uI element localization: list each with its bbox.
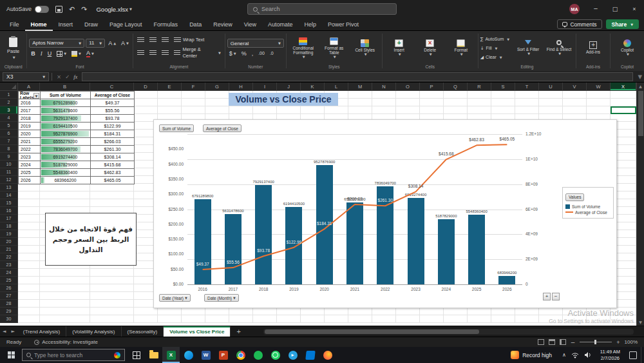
cell-year-2022[interactable]: 2022 (19, 146, 41, 153)
cell-year-2023[interactable]: 2023 (19, 153, 41, 161)
row-header-12[interactable]: 12 (0, 176, 18, 184)
column-header-I[interactable]: I (253, 83, 277, 91)
taskbar-search[interactable]: Type here to search (22, 349, 125, 361)
edge-icon[interactable] (180, 347, 197, 363)
row-header-8[interactable]: 8 (0, 145, 18, 153)
number-format-select[interactable]: General▼ (227, 39, 284, 48)
zoom-slider[interactable] (580, 342, 612, 342)
undo-icon[interactable]: ↶ (69, 6, 75, 13)
insert-function-icon[interactable]: fx (71, 74, 79, 80)
column-header-J[interactable]: J (277, 83, 301, 91)
close-button[interactable]: × (625, 0, 644, 18)
font-color-button[interactable]: A▼ (84, 50, 96, 58)
cell-close-2026[interactable]: $465.05 (91, 177, 135, 184)
telegram-icon[interactable] (284, 347, 301, 363)
volume-bar-2019[interactable] (285, 207, 302, 284)
expand-formula-bar-icon[interactable]: ▼ (636, 74, 644, 80)
scroll-up-icon[interactable]: ▲ (639, 83, 642, 90)
page-break-view-button[interactable] (560, 339, 566, 345)
selected-cell-X3[interactable] (611, 106, 636, 114)
maximize-button[interactable]: □ (605, 0, 625, 18)
insert-cells-button[interactable]: + Insert ▼ (384, 39, 414, 57)
scroll-down-icon[interactable]: ▼ (639, 319, 642, 326)
row-header-22[interactable]: 22 (0, 253, 18, 261)
format-cells-button[interactable]: Format ▼ (446, 39, 476, 57)
percent-style-button[interactable]: % (240, 50, 249, 57)
document-title[interactable]: Google.xlsx▼ (96, 6, 132, 13)
chart-field-values[interactable]: Values (565, 193, 584, 201)
row-header-10[interactable]: 10 (0, 161, 18, 168)
volume-bar-2021[interactable] (346, 202, 363, 284)
cell-volume-2025[interactable]: 5548360400 (41, 169, 91, 177)
column-header-N[interactable]: N (372, 83, 396, 91)
column-header-G[interactable]: G (205, 83, 229, 91)
volume-bar-2017[interactable] (225, 214, 242, 284)
name-box[interactable]: X3 ▼ (3, 72, 49, 81)
tray-chevron-up-icon[interactable]: ∧ (562, 352, 566, 358)
align-right-button[interactable] (160, 50, 171, 56)
column-header-A[interactable]: A (18, 83, 40, 91)
sheet-nav-left-icon[interactable]: ◄ (0, 329, 8, 334)
row-header-4[interactable]: 4 (0, 114, 18, 122)
row-header-18[interactable]: 18 (0, 222, 18, 230)
cell-close-2025[interactable]: $462.83 (91, 169, 135, 177)
cell-year-2020[interactable]: 2020 (19, 130, 41, 138)
horizontal-scrollbar[interactable] (263, 329, 634, 335)
bold-button[interactable]: B (29, 50, 37, 57)
chart-field-date-month[interactable]: Date (Month)▼ (204, 294, 239, 302)
pivot-chart[interactable]: Sum of Volume Average of Close Values Su… (153, 119, 617, 308)
cell-year-2019[interactable]: 2019 (19, 123, 41, 130)
conditional-formatting-button[interactable]: Conditional Formatting ▼ (289, 37, 318, 60)
row-header-29[interactable]: 29 (0, 308, 18, 315)
zoom-level[interactable]: 100% (625, 339, 638, 345)
horizontal-scroll-thumb[interactable] (265, 329, 480, 334)
volume-bar-2025[interactable] (468, 215, 485, 284)
comma-style-button[interactable]: , (250, 50, 256, 57)
row-header-15[interactable]: 15 (0, 199, 18, 207)
italic-button[interactable]: I (39, 50, 44, 57)
wrap-text-button[interactable]: Wrap Text (172, 36, 207, 44)
row-header-26[interactable]: 26 (0, 284, 18, 292)
zoom-out-button[interactable]: − (571, 339, 576, 346)
cell-close-2018[interactable]: $93.78 (91, 115, 135, 123)
sheet-tab-trend-analysis[interactable]: (Trend Analysis) (17, 326, 67, 337)
column-header-D[interactable]: D (134, 83, 158, 91)
column-header-P[interactable]: P (420, 83, 444, 91)
align-top-button[interactable] (135, 37, 146, 43)
comments-button[interactable]: Comments (557, 19, 601, 29)
cell-volume-2017[interactable]: 5631478600 (41, 107, 91, 115)
row-header-7[interactable]: 7 (0, 137, 18, 145)
cell-year-2026[interactable]: 2026 (19, 177, 41, 184)
ribbon-tab-file[interactable]: File (4, 18, 25, 31)
row-header-24[interactable]: 24 (0, 269, 18, 277)
zoom-slider-knob[interactable] (594, 340, 596, 344)
shrink-font-button[interactable]: A▼ (119, 39, 131, 47)
accounting-format-button[interactable]: $▼ (227, 50, 238, 57)
ribbon-tab-automate[interactable]: Automate (262, 18, 299, 31)
cell-close-2020[interactable]: $184.31 (91, 130, 135, 138)
annotation-textbox[interactable]: فهم قوة الاتجاه من خلال الربط بين السعر … (45, 213, 137, 266)
underline-button[interactable]: U (46, 50, 54, 57)
row-header-19[interactable]: 19 (0, 230, 18, 238)
filter-dropdown-icon[interactable]: ▼ (33, 93, 39, 99)
cell-volume-2019[interactable]: 6194410500 (41, 123, 91, 130)
cell-styles-button[interactable]: Cell Styles ▼ (350, 39, 380, 57)
zoom-in-button[interactable]: + (616, 339, 620, 346)
column-header-X[interactable]: X (611, 83, 636, 91)
column-header-W[interactable]: W (587, 83, 611, 91)
vertical-scrollbar[interactable]: ▲ ▼ (636, 83, 644, 326)
row-header-11[interactable]: 11 (0, 168, 18, 176)
firefox-icon[interactable] (319, 347, 336, 363)
ribbon-tab-view[interactable]: View (238, 18, 262, 31)
ribbon-tab-formulas[interactable]: Formulas (148, 18, 184, 31)
row-header-17[interactable]: 17 (0, 215, 18, 222)
addins-button[interactable]: Add-ins (578, 41, 608, 55)
page-layout-view-button[interactable] (549, 339, 555, 345)
align-bottom-button[interactable] (160, 37, 171, 43)
ribbon-tab-power-pivot[interactable]: Power Pivot (322, 18, 365, 31)
cell-close-2017[interactable]: $55.56 (91, 107, 135, 115)
column-header-K[interactable]: K (301, 83, 325, 91)
column-header-F[interactable]: F (182, 83, 205, 91)
row-header-25[interactable]: 25 (0, 277, 18, 284)
row-header-1[interactable]: 1 (0, 91, 18, 99)
